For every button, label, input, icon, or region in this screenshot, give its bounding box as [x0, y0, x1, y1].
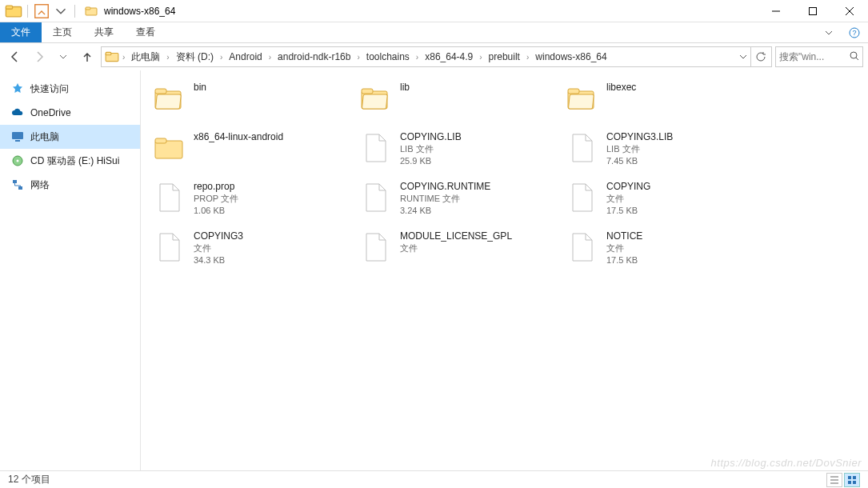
qat-dropdown-icon[interactable] [52, 2, 70, 20]
qat-properties-icon[interactable] [33, 2, 50, 20]
folder-item[interactable]: bin [147, 78, 352, 126]
file-name: libexec [606, 82, 636, 93]
breadcrumb-item[interactable]: Android [224, 47, 266, 66]
svg-text:?: ? [852, 29, 856, 37]
file-icon [565, 131, 598, 165]
chevron-right-icon[interactable]: › [414, 53, 420, 62]
ribbon-expand-icon[interactable] [820, 24, 838, 42]
sidebar-item-label: CD 驱动器 (E:) HiSui [30, 154, 119, 168]
recent-dropdown[interactable] [53, 46, 74, 67]
chevron-right-icon[interactable]: › [267, 53, 273, 62]
folder-item[interactable]: x86_64-linux-android [147, 128, 352, 176]
chevron-right-icon[interactable]: › [121, 53, 126, 62]
file-name: COPYING.RUNTIME [400, 181, 490, 192]
file-icon [358, 181, 392, 214]
file-type: 文件 [194, 242, 243, 254]
sidebar-item-onedrive[interactable]: OneDrive [0, 101, 140, 125]
sidebar-item-cd-drive[interactable]: CD 驱动器 (E:) HiSui [0, 149, 140, 173]
item-count: 12 个项目 [8, 473, 50, 486]
maximize-button[interactable] [794, 0, 831, 22]
navigation-pane: 快速访问 OneDrive 此电脑 CD 驱动器 (E:) HiSui 网络 [0, 70, 141, 470]
svg-rect-27 [155, 138, 166, 143]
up-button[interactable] [77, 46, 98, 67]
folder-icon [565, 82, 598, 115]
search-box[interactable] [775, 46, 863, 67]
breadcrumb-item[interactable]: 此电脑 [126, 47, 165, 66]
watermark: https://blog.csdn.net/DovSnier [711, 457, 862, 469]
ribbon-tab-share[interactable]: 共享 [83, 22, 125, 42]
view-details-button[interactable] [826, 473, 842, 487]
sidebar-item-this-pc[interactable]: 此电脑 [0, 125, 140, 149]
sidebar-item-quick-access[interactable]: 快速访问 [0, 77, 140, 101]
breadcrumb-dropdown[interactable] [736, 47, 750, 66]
file-item[interactable]: COPYING3.LIBLIB 文件7.45 KB [560, 128, 765, 176]
file-name: COPYING3.LIB [606, 131, 673, 142]
file-name: MODULE_LICENSE_GPL [400, 230, 512, 242]
file-type: 文件 [400, 242, 512, 254]
file-list: binliblibexecx86_64-linux-androidCOPYING… [141, 70, 868, 470]
forward-button[interactable] [29, 46, 50, 67]
svg-rect-4 [86, 7, 90, 10]
svg-rect-22 [362, 94, 387, 109]
file-name: COPYING [606, 181, 650, 192]
file-item[interactable]: COPYING文件17.5 KB [560, 178, 765, 226]
chevron-right-icon[interactable]: › [165, 53, 170, 62]
file-item[interactable]: COPYING.LIBLIB 文件25.9 KB [354, 128, 558, 176]
ribbon: 文件 主页 共享 查看 ? [0, 22, 868, 43]
file-item[interactable]: repo.propPROP 文件1.06 KB [147, 178, 352, 226]
view-large-icons-button[interactable] [844, 473, 860, 487]
svg-rect-5 [810, 7, 817, 14]
minimize-button[interactable] [758, 0, 794, 22]
file-type: LIB 文件 [606, 143, 673, 155]
breadcrumb-item[interactable]: 资料 (D:) [171, 47, 218, 66]
file-name: NOTICE [606, 230, 642, 242]
file-type: PROP 文件 [194, 193, 238, 205]
ribbon-tab-file[interactable]: 文件 [0, 22, 42, 42]
window-controls [758, 0, 868, 22]
titlebar: windows-x86_64 [0, 0, 868, 22]
file-type: 文件 [606, 193, 650, 205]
file-name: bin [194, 82, 206, 93]
close-button[interactable] [831, 0, 868, 22]
file-icon [152, 181, 186, 214]
svg-rect-28 [848, 476, 851, 479]
file-type: LIB 文件 [400, 143, 462, 155]
file-item[interactable]: NOTICE文件17.5 KB [560, 227, 765, 275]
breadcrumb-item[interactable]: x86_64-4.9 [420, 47, 478, 66]
file-item[interactable]: MODULE_LICENSE_GPL文件 [354, 227, 558, 275]
back-button[interactable] [5, 46, 26, 67]
breadcrumb-item[interactable]: prebuilt [484, 47, 525, 66]
window-title: windows-x86_64 [104, 6, 175, 17]
breadcrumb-item[interactable]: windows-x86_64 [530, 47, 611, 66]
breadcrumb-item[interactable]: android-ndk-r16b [273, 47, 355, 66]
cloud-icon [11, 106, 24, 119]
help-icon[interactable]: ? [846, 24, 863, 42]
file-name: repo.prop [194, 181, 238, 192]
file-type: 文件 [606, 242, 642, 254]
navigation-bar: › 此电脑 › 资料 (D:) › Android › android-ndk-… [0, 43, 868, 70]
search-icon[interactable] [850, 51, 859, 63]
file-item[interactable]: COPYING.RUNTIMERUNTIME 文件3.24 KB [354, 178, 558, 226]
folder-item[interactable]: libexec [560, 78, 765, 126]
file-icon [152, 230, 186, 264]
svg-rect-25 [568, 94, 594, 109]
chevron-right-icon[interactable]: › [478, 53, 483, 62]
file-item[interactable]: COPYING3文件34.3 KB [147, 227, 352, 275]
svg-rect-29 [853, 476, 856, 479]
sidebar-item-network[interactable]: 网络 [0, 173, 140, 197]
breadcrumb[interactable]: › 此电脑 › 资料 (D:) › Android › android-ndk-… [101, 46, 772, 67]
svg-rect-18 [155, 89, 166, 94]
svg-point-10 [850, 52, 857, 58]
breadcrumb-item[interactable]: toolchains [362, 47, 414, 66]
network-icon [11, 178, 24, 191]
refresh-button[interactable] [750, 47, 770, 66]
chevron-right-icon[interactable]: › [355, 53, 361, 62]
search-input[interactable] [779, 51, 835, 62]
status-bar: 12 个项目 [0, 470, 868, 488]
ribbon-tab-home[interactable]: 主页 [42, 22, 83, 42]
folder-item[interactable]: lib [354, 78, 558, 126]
ribbon-tab-view[interactable]: 查看 [125, 22, 166, 42]
folder-icon [5, 2, 22, 20]
chevron-right-icon[interactable]: › [525, 53, 530, 62]
chevron-right-icon[interactable]: › [218, 53, 224, 62]
